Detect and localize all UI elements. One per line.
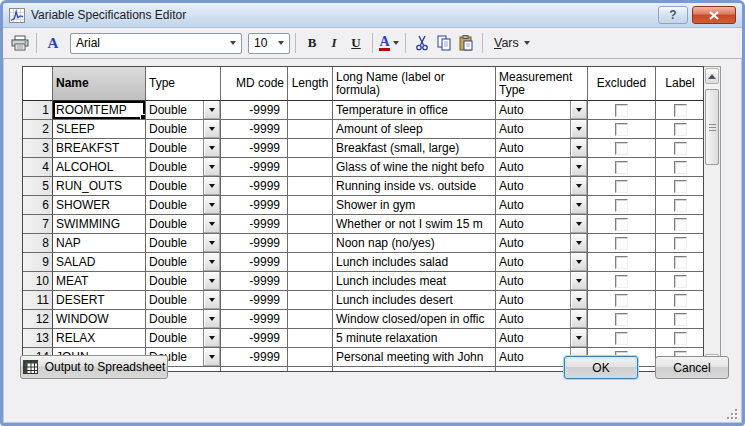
label-cell[interactable]: [656, 139, 704, 158]
length-cell[interactable]: [288, 272, 333, 291]
excluded-checkbox[interactable]: [615, 123, 628, 136]
md-code-cell[interactable]: -9999: [221, 196, 288, 215]
measurement-dropdown-button[interactable]: [570, 158, 587, 176]
length-cell[interactable]: [288, 177, 333, 196]
measurement-dropdown-button[interactable]: [570, 215, 587, 233]
label-checkbox[interactable]: [674, 237, 687, 250]
measurement-dropdown-button[interactable]: [570, 272, 587, 290]
corner-header-cell[interactable]: [23, 67, 53, 101]
name-cell[interactable]: SWIMMING: [53, 215, 146, 234]
column-header-long-name[interactable]: Long Name (label or formula): [333, 67, 496, 101]
scrollbar-thumb[interactable]: [705, 89, 719, 165]
length-cell[interactable]: [288, 139, 333, 158]
label-cell[interactable]: [656, 329, 704, 348]
measurement-type-cell[interactable]: Auto: [496, 158, 588, 177]
name-cell[interactable]: WINDOW: [53, 310, 146, 329]
vertical-scrollbar[interactable]: [704, 66, 721, 372]
long-name-cell[interactable]: Window closed/open in offic: [333, 310, 496, 329]
md-code-cell[interactable]: -9999: [221, 348, 288, 367]
type-cell[interactable]: Double: [146, 139, 221, 158]
row-number[interactable]: 3: [23, 139, 53, 158]
print-button[interactable]: [9, 32, 31, 54]
bold-button[interactable]: B: [301, 32, 323, 54]
length-cell[interactable]: [288, 234, 333, 253]
long-name-cell[interactable]: Breakfast (small, large): [333, 139, 496, 158]
font-name-dropdown-button[interactable]: [225, 34, 241, 53]
row-number[interactable]: 8: [23, 234, 53, 253]
md-code-cell[interactable]: -9999: [221, 139, 288, 158]
excluded-checkbox[interactable]: [615, 256, 628, 269]
length-cell[interactable]: [288, 329, 333, 348]
help-button[interactable]: ?: [658, 6, 688, 24]
row-number[interactable]: 4: [23, 158, 53, 177]
measurement-type-cell[interactable]: Auto: [496, 101, 588, 120]
type-cell[interactable]: Double: [146, 158, 221, 177]
row-number[interactable]: 10: [23, 272, 53, 291]
length-cell[interactable]: [288, 101, 333, 120]
measurement-type-cell[interactable]: Auto: [496, 253, 588, 272]
length-cell[interactable]: [288, 196, 333, 215]
label-cell[interactable]: [656, 272, 704, 291]
md-code-cell[interactable]: -9999: [221, 253, 288, 272]
name-cell[interactable]: MEAT: [53, 272, 146, 291]
type-cell[interactable]: Double: [146, 329, 221, 348]
measurement-type-cell[interactable]: Auto: [496, 177, 588, 196]
length-cell[interactable]: [288, 253, 333, 272]
row-number[interactable]: 6: [23, 196, 53, 215]
excluded-checkbox[interactable]: [615, 332, 628, 345]
italic-button[interactable]: I: [323, 32, 345, 54]
long-name-cell[interactable]: 5 minute relaxation: [333, 329, 496, 348]
long-name-cell[interactable]: Noon nap (no/yes): [333, 234, 496, 253]
measurement-dropdown-button[interactable]: [570, 329, 587, 347]
column-header-md-code[interactable]: MD code: [221, 67, 288, 101]
label-checkbox[interactable]: [674, 313, 687, 326]
label-cell[interactable]: [656, 310, 704, 329]
md-code-cell[interactable]: -9999: [221, 234, 288, 253]
label-checkbox[interactable]: [674, 180, 687, 193]
excluded-checkbox[interactable]: [615, 104, 628, 117]
long-name-cell[interactable]: Personal meeting with John: [333, 348, 496, 367]
measurement-type-cell[interactable]: Auto: [496, 234, 588, 253]
name-cell[interactable]: SHOWER: [53, 196, 146, 215]
type-cell[interactable]: Double: [146, 272, 221, 291]
excluded-cell[interactable]: [588, 177, 656, 196]
md-code-cell[interactable]: -9999: [221, 120, 288, 139]
paste-button[interactable]: [455, 32, 477, 54]
type-cell[interactable]: Double: [146, 310, 221, 329]
row-number[interactable]: 7: [23, 215, 53, 234]
measurement-type-cell[interactable]: Auto: [496, 291, 588, 310]
cut-button[interactable]: [411, 32, 433, 54]
column-header-excluded[interactable]: Excluded: [588, 67, 656, 101]
measurement-type-cell[interactable]: Auto: [496, 272, 588, 291]
length-cell[interactable]: [288, 158, 333, 177]
label-cell[interactable]: [656, 196, 704, 215]
label-checkbox[interactable]: [674, 123, 687, 136]
excluded-checkbox[interactable]: [615, 142, 628, 155]
name-cell[interactable]: DESERT: [53, 291, 146, 310]
row-number[interactable]: 9: [23, 253, 53, 272]
measurement-type-cell[interactable]: Auto: [496, 215, 588, 234]
type-dropdown-button[interactable]: [203, 234, 220, 252]
label-checkbox[interactable]: [674, 199, 687, 212]
measurement-dropdown-button[interactable]: [570, 120, 587, 138]
column-header-length[interactable]: Length: [288, 67, 333, 101]
long-name-cell[interactable]: Lunch includes salad: [333, 253, 496, 272]
type-cell[interactable]: Double: [146, 215, 221, 234]
measurement-dropdown-button[interactable]: [570, 177, 587, 195]
md-code-cell[interactable]: -9999: [221, 310, 288, 329]
type-dropdown-button[interactable]: [203, 310, 220, 328]
label-checkbox[interactable]: [674, 275, 687, 288]
name-cell[interactable]: RUN_OUTS: [53, 177, 146, 196]
font-color-button[interactable]: A: [378, 32, 400, 54]
label-cell[interactable]: [656, 253, 704, 272]
type-cell[interactable]: Double: [146, 291, 221, 310]
type-dropdown-button[interactable]: [203, 348, 220, 366]
type-cell[interactable]: Double: [146, 234, 221, 253]
excluded-checkbox[interactable]: [615, 294, 628, 307]
measurement-dropdown-button[interactable]: [570, 253, 587, 271]
font-button[interactable]: A: [42, 32, 64, 54]
close-button[interactable]: [692, 6, 736, 24]
type-dropdown-button[interactable]: [203, 215, 220, 233]
excluded-checkbox[interactable]: [615, 180, 628, 193]
measurement-type-cell[interactable]: Auto: [496, 196, 588, 215]
